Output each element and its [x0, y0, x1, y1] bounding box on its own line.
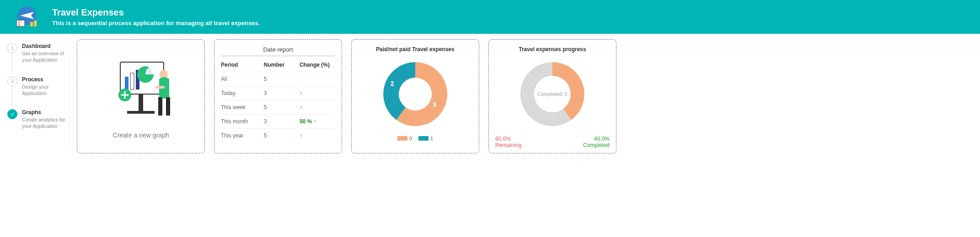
- table-row: This week5↑: [221, 100, 335, 114]
- up-arrow-icon: ↑: [300, 132, 302, 139]
- svg-rect-9: [127, 111, 155, 114]
- legend-swatch-icon: [397, 136, 407, 141]
- legend-item: 1: [418, 136, 433, 141]
- cell-period: This month: [221, 118, 264, 125]
- create-graph-label: Create a new graph: [113, 132, 169, 139]
- legend-item: 0: [397, 136, 412, 141]
- legend-swatch-icon: [418, 136, 428, 141]
- remaining-label: 60.0% Remaining: [495, 136, 521, 148]
- up-arrow-icon: ↑: [314, 118, 316, 125]
- paid-chart-card[interactable]: Paid/not paid Travel expenses 2 3 0: [351, 39, 479, 153]
- step-desc: Create analytics for your Application: [22, 116, 67, 130]
- cell-period: Today: [221, 90, 264, 96]
- completed-label: 40.0% Completed: [583, 136, 610, 148]
- app-logo: [11, 5, 43, 28]
- step-number-icon: 1: [7, 43, 17, 53]
- slice-label-paid: 2: [391, 80, 394, 87]
- col-header-period: Period: [221, 62, 264, 68]
- chart-title: Paid/not paid Travel expenses: [376, 46, 454, 53]
- cell-period: All: [221, 76, 264, 82]
- create-graph-card[interactable]: Create a new graph: [77, 39, 205, 153]
- table-row: Today3↑: [221, 86, 335, 100]
- legend-label: 0: [409, 136, 412, 141]
- table-row: This year5↑: [221, 128, 335, 142]
- cell-change: ↑: [300, 90, 335, 96]
- cell-number: 3: [264, 118, 300, 125]
- cell-number: 5: [264, 104, 300, 111]
- paid-donut-chart: 2 3: [374, 55, 456, 133]
- page-title: Travel Expenses: [52, 7, 260, 18]
- sidebar-step-process[interactable]: 2 Process Design your Application: [7, 76, 67, 97]
- wizard-sidebar: 1 Dashboard Get an overview of your Appl…: [5, 39, 70, 146]
- chart-legend: 0 1: [397, 136, 433, 141]
- report-title: Date report: [221, 46, 335, 53]
- table-row: This month350 % ↑: [221, 114, 335, 128]
- svg-rect-11: [158, 97, 162, 116]
- table-row: All5: [221, 72, 335, 86]
- up-arrow-icon: ↑: [300, 104, 302, 111]
- chart-title: Travel expenses progress: [519, 46, 586, 53]
- svg-rect-8: [139, 94, 143, 112]
- cell-change: ↑: [300, 132, 335, 139]
- cell-number: 5: [264, 76, 300, 82]
- progress-donut-chart: Completed: 2: [511, 55, 594, 133]
- date-report-table: Date report Period Number Change (%) All…: [221, 46, 335, 142]
- svg-rect-12: [166, 97, 170, 116]
- cell-change: 50 % ↑: [300, 118, 335, 125]
- step-title: Process: [22, 76, 67, 83]
- svg-rect-2: [30, 22, 33, 26]
- create-graph-illustration: [100, 54, 182, 127]
- step-number-icon: 2: [7, 76, 17, 86]
- progress-chart-card[interactable]: Travel expenses progress Completed: 2 60…: [488, 39, 616, 153]
- legend-label: 1: [430, 136, 433, 141]
- svg-rect-5: [125, 77, 129, 90]
- col-header-number: Number: [264, 62, 300, 68]
- step-title: Dashboard: [22, 43, 67, 49]
- sidebar-step-graphs[interactable]: ✓ Graphs Create analytics for your Appli…: [7, 109, 67, 130]
- cards-row: Create a new graph Date report Period Nu…: [77, 39, 975, 153]
- cell-change: ↑: [300, 104, 335, 111]
- cell-period: This year: [221, 132, 264, 139]
- donut-center-label: Completed: 2: [537, 91, 567, 97]
- step-desc: Get an overview of your Application: [22, 50, 67, 63]
- svg-rect-6: [130, 73, 134, 90]
- check-icon: ✓: [7, 109, 17, 119]
- svg-rect-3: [34, 21, 37, 26]
- step-desc: Design your Application: [22, 84, 67, 97]
- cell-change: [300, 76, 335, 82]
- sidebar-step-dashboard[interactable]: 1 Dashboard Get an overview of your Appl…: [7, 43, 67, 63]
- app-header: Travel Expenses This is a sequential pro…: [0, 0, 980, 34]
- page-subtitle: This is a sequential process application…: [52, 20, 260, 26]
- date-report-card[interactable]: Date report Period Number Change (%) All…: [214, 39, 342, 153]
- slice-label-notpaid: 3: [433, 101, 436, 108]
- cell-period: This week: [221, 104, 264, 111]
- cell-number: 3: [264, 90, 300, 96]
- col-header-change: Change (%): [300, 62, 335, 68]
- up-arrow-icon: ↑: [300, 90, 302, 96]
- cell-number: 5: [264, 132, 300, 139]
- svg-rect-13: [155, 86, 165, 89]
- step-title: Graphs: [22, 109, 67, 116]
